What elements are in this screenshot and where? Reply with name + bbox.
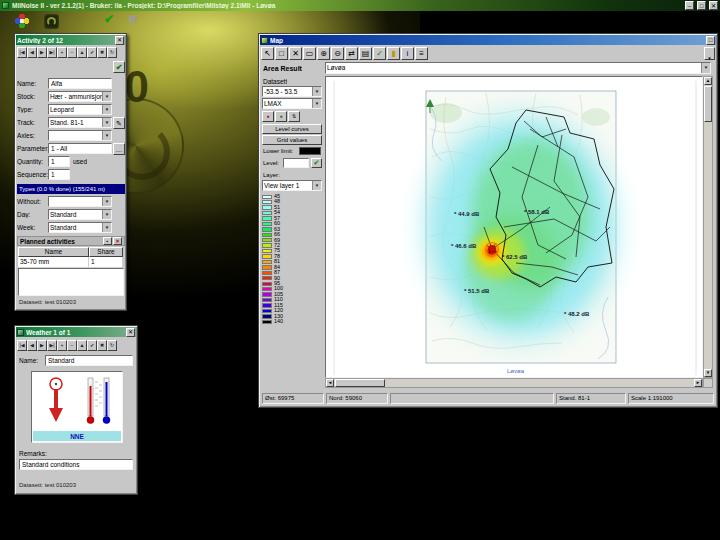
track-select[interactable]: Stand. 81-1 — [48, 117, 112, 128]
remarks-input[interactable]: Standard conditions — [19, 459, 133, 470]
grid-values-button[interactable]: Grid values — [262, 135, 322, 145]
level-curves-button[interactable]: Level curves — [262, 124, 322, 134]
planned-list-area[interactable] — [18, 268, 124, 296]
minimize-icon[interactable] — [685, 1, 694, 10]
parameter-input[interactable]: 1 - All — [48, 143, 112, 154]
nav-button[interactable]: ▶ — [37, 340, 47, 351]
scroll-left-icon[interactable] — [326, 379, 334, 387]
pan-icon[interactable]: ⇄ — [345, 47, 358, 60]
zoom-out-icon[interactable]: ⊖ — [331, 47, 344, 60]
horizontal-scrollbar[interactable] — [325, 378, 703, 388]
nav-button[interactable]: ◀ — [27, 340, 37, 351]
nav-button[interactable]: ✖ — [97, 47, 107, 58]
close-icon[interactable] — [115, 36, 124, 45]
apply-check-icon[interactable]: ✓ — [373, 47, 386, 60]
range-select[interactable]: -53.5 - 53.5 — [262, 86, 322, 97]
flower-icon[interactable] — [14, 13, 30, 29]
type-select[interactable]: Leopard — [48, 104, 112, 115]
sequence-input[interactable]: 1 — [48, 169, 70, 180]
dropdown-arrow-icon[interactable] — [312, 99, 321, 108]
erase-icon[interactable]: ✕ — [289, 47, 302, 60]
weather-name-input[interactable]: Standard — [45, 355, 133, 366]
nav-button[interactable]: − — [67, 47, 77, 58]
row-name-cell[interactable]: 35-70 mm — [18, 257, 89, 268]
dropdown-arrow-icon[interactable] — [102, 223, 111, 232]
swap-button[interactable]: ⇅ — [288, 111, 300, 122]
add-area-button[interactable]: ● — [275, 111, 287, 122]
col-header-share[interactable]: Share — [89, 247, 123, 257]
cancel-x-icon[interactable] — [128, 13, 137, 26]
nav-button[interactable]: + — [57, 340, 67, 351]
dropdown-arrow-icon[interactable] — [102, 92, 111, 101]
axles-select[interactable] — [48, 130, 112, 141]
nav-button[interactable]: ▶| — [47, 340, 57, 351]
swirl-tool-icon[interactable] — [44, 14, 59, 29]
table-row[interactable]: 35-70 mm 1 — [18, 257, 124, 268]
level-apply-check-button[interactable] — [311, 158, 322, 168]
nav-button[interactable]: ▲ — [77, 340, 87, 351]
nav-button[interactable]: ↻ — [107, 340, 117, 351]
zoom-window-icon[interactable]: ▭ — [303, 47, 316, 60]
quantity-input[interactable]: 1 — [48, 156, 70, 167]
vertical-scrollbar[interactable] — [703, 76, 713, 378]
nav-button[interactable]: + — [57, 47, 67, 58]
nav-button[interactable]: ▶| — [47, 47, 57, 58]
delete-row-icon[interactable] — [113, 237, 122, 245]
week-select[interactable]: Standard — [48, 222, 112, 233]
nav-button[interactable]: − — [67, 340, 77, 351]
dropdown-arrow-icon[interactable] — [102, 118, 111, 127]
post-check-button[interactable] — [113, 61, 125, 73]
dropdown-arrow-icon[interactable] — [102, 105, 111, 114]
level-input[interactable] — [283, 158, 309, 168]
layers-icon[interactable]: ▤ — [359, 47, 372, 60]
print-icon[interactable]: ≡ — [415, 47, 428, 60]
dropdown-arrow-icon[interactable] — [701, 63, 710, 73]
without-select[interactable] — [48, 196, 112, 207]
nav-button[interactable]: ✖ — [97, 340, 107, 351]
curve-color-swatch[interactable] — [299, 147, 321, 155]
dropdown-arrow-icon[interactable] — [312, 87, 321, 96]
scrollbar-thumb[interactable] — [335, 379, 385, 387]
nav-button[interactable]: ✔ — [87, 47, 97, 58]
map-view-select[interactable]: Løvøa — [325, 62, 711, 74]
ellipsis-button[interactable] — [113, 143, 125, 155]
dropdown-arrow-icon[interactable] — [102, 131, 111, 140]
toolbar-more-icon[interactable] — [704, 47, 715, 60]
scroll-up-icon[interactable] — [704, 77, 712, 85]
row-share-cell[interactable]: 1 — [89, 257, 123, 268]
scrollbar-thumb[interactable] — [704, 86, 712, 122]
layer-select[interactable]: View layer 1 — [262, 180, 322, 191]
nav-button[interactable]: |◀ — [17, 340, 27, 351]
day-select[interactable]: Standard — [48, 209, 112, 220]
info-icon[interactable]: i — [401, 47, 414, 60]
scroll-right-icon[interactable] — [694, 379, 702, 387]
activity-titlebar[interactable]: Activity 2 of 12 — [16, 35, 125, 45]
nav-button[interactable]: ✔ — [87, 340, 97, 351]
name-input[interactable]: Alfa — [48, 78, 112, 89]
dropdown-arrow-icon[interactable] — [102, 197, 111, 206]
nav-button[interactable]: |◀ — [17, 47, 27, 58]
nav-button[interactable]: ▶ — [37, 47, 47, 58]
highlight-icon[interactable]: ▮ — [387, 47, 400, 60]
weather-titlebar[interactable]: Weather 1 of 1 — [16, 327, 136, 337]
app-titlebar[interactable]: MilNoise II - ver 2.1.2(1) - Bruker: ila… — [0, 0, 720, 11]
pin-icon[interactable] — [103, 237, 112, 245]
dropdown-arrow-icon[interactable] — [312, 181, 321, 190]
close-icon[interactable] — [126, 328, 135, 337]
map-titlebar[interactable]: Map — [260, 35, 716, 45]
map-canvas[interactable]: 44.9 dB 58.1 dB 46.6 dB 62.5 dB — [325, 76, 703, 378]
stock-select[interactable]: Hær - ammunisjon — [48, 91, 112, 102]
add-point-button[interactable]: ● — [262, 111, 274, 122]
edit-icon[interactable] — [113, 117, 125, 129]
close-icon[interactable] — [709, 1, 718, 10]
col-header-name[interactable]: Name — [18, 247, 89, 257]
nav-button[interactable]: ◀ — [27, 47, 37, 58]
maximize-icon[interactable] — [706, 36, 715, 45]
maximize-icon[interactable] — [697, 1, 706, 10]
nav-button[interactable]: ↻ — [107, 47, 117, 58]
select-arrow-icon[interactable]: ↖ — [261, 47, 274, 60]
apply-check-icon[interactable] — [104, 12, 114, 26]
scroll-down-icon[interactable] — [704, 369, 712, 377]
dropdown-arrow-icon[interactable] — [102, 210, 111, 219]
page-icon[interactable]: □ — [275, 47, 288, 60]
